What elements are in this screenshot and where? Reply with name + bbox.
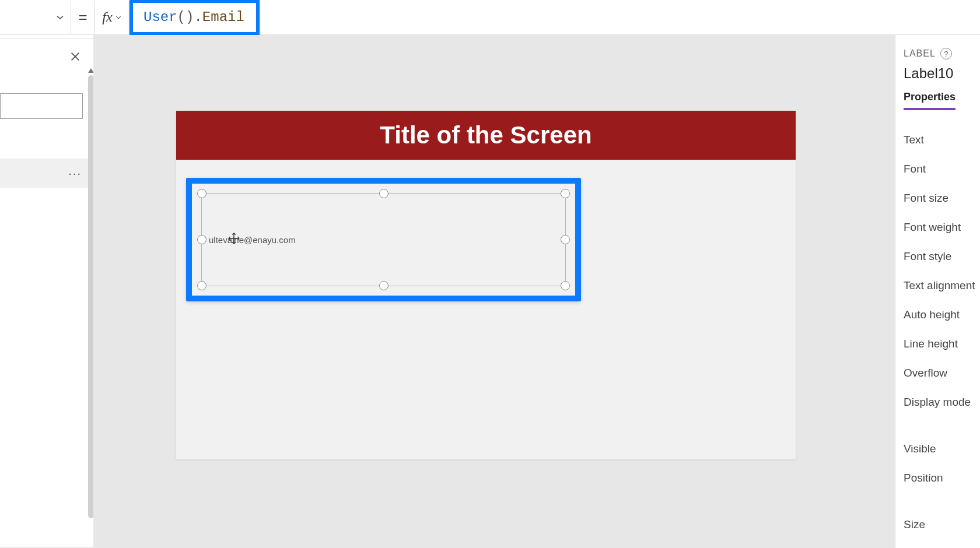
resize-handle-w[interactable] (197, 235, 206, 244)
property-row-overflow[interactable]: Overflow (904, 359, 980, 388)
formula-token-close: ) (186, 9, 194, 25)
property-row-font-size[interactable]: Font size (904, 184, 980, 213)
resize-handle-e[interactable] (561, 235, 570, 244)
formula-token-dot: . (194, 9, 202, 25)
property-row-position[interactable]: Position (904, 463, 980, 493)
property-row-text[interactable]: Text (904, 125, 980, 154)
screen-header[interactable]: Title of the Screen (176, 111, 796, 160)
tree-view-panel: ··· (0, 35, 93, 548)
close-panel-button[interactable] (69, 50, 82, 65)
move-cursor-icon (228, 232, 240, 245)
formula-bar: = fx User().Email (0, 0, 980, 35)
equals-sign: = (71, 8, 94, 26)
resize-handle-se[interactable] (561, 281, 570, 290)
resize-handle-s[interactable] (379, 281, 388, 290)
property-group-gap (904, 493, 980, 510)
resize-handle-ne[interactable] (561, 189, 570, 198)
property-row-text-alignment[interactable]: Text alignment (904, 271, 980, 300)
formula-token-prop: Email (202, 9, 244, 25)
control-name-label[interactable]: Label10 (904, 65, 980, 82)
formula-highlight-box: User().Email (130, 0, 260, 36)
canvas-area[interactable]: Title of the Screen ultevalne@enayu.com (93, 35, 895, 548)
chevron-down-icon (115, 14, 122, 21)
properties-panel: LABEL ? Label10 Properties TextFontFont … (895, 35, 980, 548)
label-text-value: ultevalne@enayu.com (209, 235, 296, 245)
resize-handle-n[interactable] (379, 189, 388, 198)
property-row-display-mode[interactable]: Display mode (904, 388, 980, 417)
fx-dropdown[interactable]: fx (94, 1, 130, 34)
formula-token-fn: User (144, 9, 177, 25)
property-row-font[interactable]: Font (904, 154, 980, 184)
formula-input[interactable]: User().Email (130, 1, 980, 34)
tree-search-input[interactable] (0, 93, 83, 119)
control-type-caption: LABEL (904, 48, 936, 59)
property-row-font-weight[interactable]: Font weight (904, 213, 980, 242)
property-row-auto-height[interactable]: Auto height (904, 300, 980, 329)
selected-label-control[interactable]: ultevalne@enayu.com (201, 193, 566, 286)
property-dropdown[interactable] (0, 1, 71, 34)
property-row-size[interactable]: Size (904, 510, 980, 539)
close-icon (69, 50, 82, 63)
fx-label: fx (102, 9, 112, 25)
property-group-gap (904, 417, 980, 434)
selection-highlight: ultevalne@enayu.com (186, 178, 581, 301)
chevron-down-icon (55, 13, 65, 22)
help-button[interactable]: ? (940, 48, 952, 59)
property-row-line-height[interactable]: Line height (904, 329, 980, 359)
resize-handle-sw[interactable] (197, 281, 206, 290)
screen-title-label: Title of the Screen (380, 121, 592, 149)
app-screen[interactable]: Title of the Screen ultevalne@enayu.com (176, 111, 796, 459)
resize-handle-nw[interactable] (197, 189, 206, 198)
tree-item-selected[interactable]: ··· (0, 159, 93, 188)
formula-token-open: ( (177, 9, 186, 25)
more-actions-button[interactable]: ··· (68, 167, 82, 180)
tab-properties[interactable]: Properties (904, 91, 956, 110)
property-row-font-style[interactable]: Font style (904, 242, 980, 271)
property-row-visible[interactable]: Visible (904, 434, 980, 463)
